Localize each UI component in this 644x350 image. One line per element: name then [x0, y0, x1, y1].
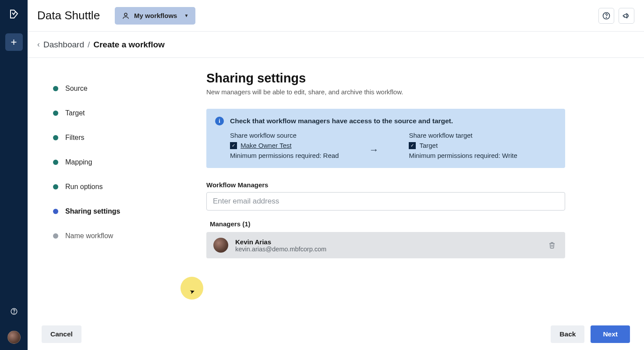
- info-heading-row: i Check that workflow managers have acce…: [215, 117, 556, 125]
- steps-nav: Source Target Filters Mapping Run option…: [28, 58, 185, 350]
- step-label: Mapping: [65, 158, 92, 166]
- info-target-col: Share workflow target ✓ Target Minimum p…: [409, 132, 517, 159]
- breadcrumb-dashboard[interactable]: Dashboard: [43, 40, 84, 50]
- workflows-dropdown[interactable]: My workflows ▼: [115, 7, 195, 25]
- announcements-button[interactable]: [619, 8, 634, 24]
- cancel-button[interactable]: Cancel: [42, 325, 81, 343]
- footer-bar: Cancel Back Next: [28, 318, 644, 350]
- managers-email-input[interactable]: [206, 192, 565, 211]
- step-label: Source: [65, 85, 88, 93]
- step-dot-icon: [53, 233, 58, 239]
- left-rail: +: [0, 0, 28, 350]
- manager-row: Kevin Arias kevin.arias@demo.mbfcorp.com: [206, 232, 565, 258]
- managers-list-heading: Managers (1): [206, 220, 565, 228]
- cursor-highlight: [180, 277, 203, 300]
- form-area: Sharing settings New managers will be ab…: [185, 58, 644, 350]
- managers-field-label: Workflow Managers: [206, 181, 565, 189]
- breadcrumb: ‹ Dashboard / Create a workflow: [28, 32, 644, 58]
- step-label: Name workflow: [65, 232, 113, 240]
- sheet-icon: ✓: [230, 142, 237, 149]
- user-icon: [122, 12, 130, 20]
- delete-manager-button[interactable]: [546, 239, 558, 251]
- info-heading: Check that workflow managers have access…: [230, 117, 453, 125]
- target-text: Target: [419, 142, 438, 149]
- step-dot-icon: [53, 160, 58, 165]
- svg-point-2: [124, 13, 127, 16]
- app-title: Data Shuttle: [37, 9, 100, 22]
- step-name-workflow[interactable]: Name workflow: [53, 224, 185, 248]
- step-sharing-settings[interactable]: Sharing settings: [53, 199, 185, 224]
- step-label: Run options: [65, 183, 103, 191]
- rail-user-avatar[interactable]: [7, 331, 21, 344]
- svg-point-4: [606, 17, 607, 18]
- step-target[interactable]: Target: [53, 101, 185, 125]
- rail-help-icon[interactable]: [9, 306, 19, 317]
- app-logo-icon: [8, 8, 20, 20]
- add-button[interactable]: +: [5, 33, 23, 51]
- info-banner: i Check that workflow managers have acce…: [206, 109, 565, 168]
- step-dot-icon: [53, 111, 58, 116]
- info-icon: i: [215, 117, 224, 125]
- breadcrumb-separator: /: [88, 40, 90, 50]
- step-dot-icon: [53, 184, 58, 189]
- top-bar: Data Shuttle My workflows ▼: [28, 0, 644, 32]
- manager-name: Kevin Arias: [235, 238, 326, 246]
- step-dot-icon: [53, 86, 58, 91]
- chevron-left-icon[interactable]: ‹: [37, 40, 40, 49]
- step-dot-icon: [53, 209, 58, 214]
- step-dot-icon: [53, 135, 58, 140]
- manager-email: kevin.arias@demo.mbfcorp.com: [235, 246, 326, 253]
- step-mapping[interactable]: Mapping: [53, 150, 185, 175]
- source-link[interactable]: Make Owner Test: [241, 142, 291, 149]
- step-filters[interactable]: Filters: [53, 125, 185, 150]
- target-permission: Minimum permissions required: Write: [409, 152, 517, 159]
- back-button[interactable]: Back: [551, 325, 584, 343]
- step-label: Target: [65, 109, 85, 117]
- breadcrumb-current: Create a workflow: [93, 40, 165, 50]
- manager-avatar: [213, 238, 228, 253]
- page-title: Sharing settings: [206, 71, 565, 86]
- source-permission: Minimum permissions required: Read: [230, 152, 339, 159]
- step-label: Sharing settings: [65, 207, 120, 215]
- page-subtitle: New managers will be able to edit, share…: [206, 88, 565, 96]
- step-source[interactable]: Source: [53, 76, 185, 101]
- sheet-icon: ✓: [409, 142, 416, 149]
- info-source-label: Share workflow source: [230, 132, 339, 139]
- step-label: Filters: [65, 134, 85, 142]
- caret-down-icon: ▼: [184, 13, 188, 18]
- svg-point-1: [14, 313, 14, 313]
- info-target-label: Share workflow target: [409, 132, 517, 139]
- arrow-right-icon: →: [356, 136, 391, 156]
- help-button[interactable]: [598, 8, 614, 24]
- step-run-options[interactable]: Run options: [53, 175, 185, 199]
- next-button[interactable]: Next: [591, 325, 630, 343]
- dropdown-label: My workflows: [134, 12, 177, 19]
- info-source-col: Share workflow source ✓ Make Owner Test …: [230, 132, 339, 159]
